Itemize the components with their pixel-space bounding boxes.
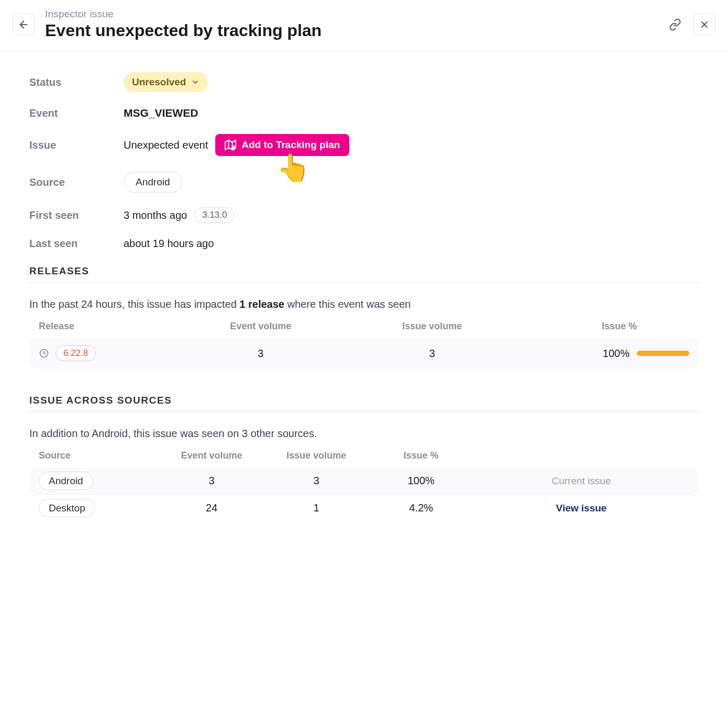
sources-subtitle: In addition to Android, this issue was s…: [29, 428, 699, 440]
current-issue-label: Current issue: [473, 475, 689, 487]
source-pill-android: Android: [39, 472, 93, 490]
event-value: MSG_VIEWED: [124, 107, 198, 119]
first-seen-value: 3 months ago: [124, 209, 187, 221]
releases-header-issue-pct: Issue %: [518, 321, 689, 332]
link-icon: [669, 18, 681, 31]
sources-header-issue-pct: Issue %: [369, 450, 473, 461]
page-header: Inspector issue Event unexpected by trac…: [0, 0, 728, 51]
releases-section-title: RELEASES: [29, 265, 699, 283]
issue-label: Issue: [29, 139, 124, 151]
releases-header-event-volume: Event volume: [175, 321, 346, 332]
status-label: Status: [29, 76, 124, 88]
sources-table: Source Event volume Issue volume Issue %…: [29, 450, 699, 521]
first-seen-label: First seen: [29, 209, 124, 221]
source-label: Source: [29, 176, 124, 188]
source-row: Desktop 24 1 4.2% View issue: [29, 494, 699, 521]
source-row: Android 3 3 100% Current issue: [29, 467, 699, 494]
releases-header-release: Release: [39, 321, 175, 332]
content: Status Unresolved Event MSG_VIEWED Issue…: [0, 51, 728, 521]
page-title: Event unexpected by tracking plan: [45, 21, 654, 40]
view-issue-link[interactable]: View issue: [473, 503, 689, 514]
issue-pct-bar: [637, 351, 689, 356]
sources-header-issue-volume: Issue volume: [264, 450, 369, 461]
releases-subtitle: In the past 24 hours, this issue has imp…: [29, 298, 699, 310]
status-value: Unresolved: [132, 76, 186, 88]
sources-header-source: Source: [39, 450, 159, 461]
sources-header-event-volume: Event volume: [159, 450, 264, 461]
release-row[interactable]: 6.22.8 3 3 100%: [29, 338, 699, 369]
copy-link-button[interactable]: [664, 14, 686, 36]
release-issue-pct: 100%: [603, 348, 630, 360]
release-event-volume: 3: [175, 348, 346, 360]
clock-icon: [39, 348, 49, 359]
source-event-volume: 24: [159, 502, 264, 514]
header-eyebrow: Inspector issue: [45, 8, 654, 20]
first-seen-version-pill: 3.13.0: [194, 207, 235, 223]
release-version-pill: 6.22.8: [56, 345, 96, 361]
add-tracking-plan-button[interactable]: Add to Tracking plan: [215, 134, 349, 156]
source-issue-volume: 1: [264, 502, 369, 514]
release-issue-volume: 3: [346, 348, 517, 360]
source-issue-pct: 4.2%: [369, 502, 473, 514]
event-label: Event: [29, 107, 124, 119]
issue-value: Unexpected event: [124, 139, 208, 151]
source-pill: Android: [124, 172, 182, 193]
source-pill-desktop: Desktop: [39, 499, 95, 517]
arrow-left-icon: [18, 19, 29, 30]
close-icon: [699, 19, 710, 30]
map-plus-icon: [225, 139, 236, 151]
source-issue-volume: 3: [264, 475, 369, 487]
last-seen-label: Last seen: [29, 238, 124, 250]
releases-table: Release Event volume Issue volume Issue …: [29, 321, 699, 369]
status-dropdown[interactable]: Unresolved: [124, 72, 208, 92]
back-button[interactable]: [13, 14, 35, 36]
source-issue-pct: 100%: [369, 475, 473, 487]
last-seen-value: about 19 hours ago: [124, 238, 214, 250]
releases-header-issue-volume: Issue volume: [346, 321, 517, 332]
sources-section-title: ISSUE ACROSS SOURCES: [29, 395, 699, 412]
close-button[interactable]: [693, 14, 715, 36]
add-tracking-plan-label: Add to Tracking plan: [241, 139, 340, 151]
source-event-volume: 3: [159, 475, 264, 487]
chevron-down-icon: [191, 78, 200, 86]
